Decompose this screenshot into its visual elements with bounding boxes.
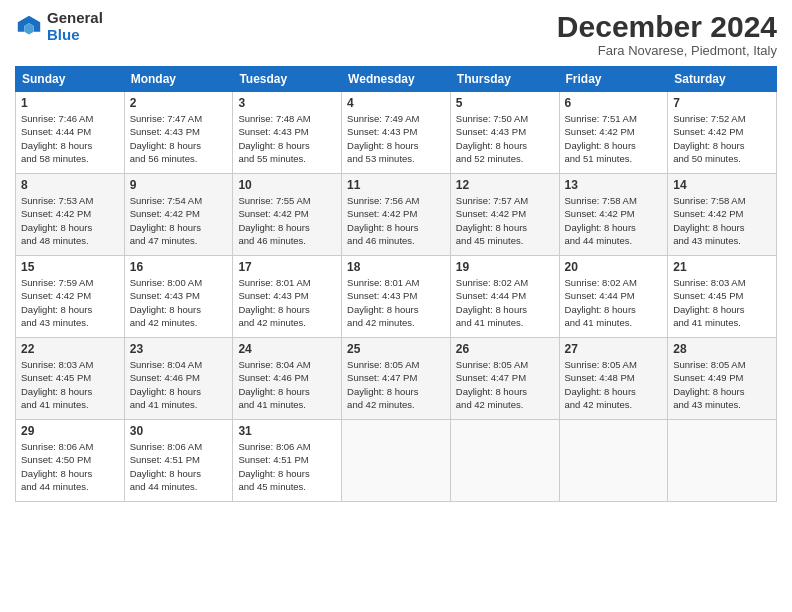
table-cell: 17 Sunrise: 8:01 AMSunset: 4:43 PMDaylig… xyxy=(233,256,342,338)
table-cell xyxy=(668,420,777,502)
day-info: Sunrise: 7:46 AMSunset: 4:44 PMDaylight:… xyxy=(21,113,93,164)
table-cell: 9 Sunrise: 7:54 AMSunset: 4:42 PMDayligh… xyxy=(124,174,233,256)
day-number: 29 xyxy=(21,424,119,438)
table-cell: 11 Sunrise: 7:56 AMSunset: 4:42 PMDaylig… xyxy=(342,174,451,256)
table-cell: 8 Sunrise: 7:53 AMSunset: 4:42 PMDayligh… xyxy=(16,174,125,256)
day-number: 18 xyxy=(347,260,445,274)
col-monday: Monday xyxy=(124,67,233,92)
col-saturday: Saturday xyxy=(668,67,777,92)
day-number: 20 xyxy=(565,260,663,274)
table-cell: 14 Sunrise: 7:58 AMSunset: 4:42 PMDaylig… xyxy=(668,174,777,256)
table-cell: 29 Sunrise: 8:06 AMSunset: 4:50 PMDaylig… xyxy=(16,420,125,502)
logo: General Blue xyxy=(15,10,103,43)
day-info: Sunrise: 8:06 AMSunset: 4:50 PMDaylight:… xyxy=(21,441,93,492)
day-info: Sunrise: 7:52 AMSunset: 4:42 PMDaylight:… xyxy=(673,113,745,164)
day-number: 2 xyxy=(130,96,228,110)
table-cell: 22 Sunrise: 8:03 AMSunset: 4:45 PMDaylig… xyxy=(16,338,125,420)
day-number: 19 xyxy=(456,260,554,274)
page: General Blue December 2024 Fara Novarese… xyxy=(0,0,792,612)
day-info: Sunrise: 7:56 AMSunset: 4:42 PMDaylight:… xyxy=(347,195,419,246)
table-cell: 16 Sunrise: 8:00 AMSunset: 4:43 PMDaylig… xyxy=(124,256,233,338)
table-cell: 27 Sunrise: 8:05 AMSunset: 4:48 PMDaylig… xyxy=(559,338,668,420)
day-number: 25 xyxy=(347,342,445,356)
day-number: 28 xyxy=(673,342,771,356)
day-number: 31 xyxy=(238,424,336,438)
day-info: Sunrise: 7:55 AMSunset: 4:42 PMDaylight:… xyxy=(238,195,310,246)
day-info: Sunrise: 7:53 AMSunset: 4:42 PMDaylight:… xyxy=(21,195,93,246)
table-cell xyxy=(450,420,559,502)
table-cell: 25 Sunrise: 8:05 AMSunset: 4:47 PMDaylig… xyxy=(342,338,451,420)
table-cell: 13 Sunrise: 7:58 AMSunset: 4:42 PMDaylig… xyxy=(559,174,668,256)
day-info: Sunrise: 8:02 AMSunset: 4:44 PMDaylight:… xyxy=(456,277,528,328)
col-wednesday: Wednesday xyxy=(342,67,451,92)
day-info: Sunrise: 8:05 AMSunset: 4:47 PMDaylight:… xyxy=(347,359,419,410)
day-info: Sunrise: 8:02 AMSunset: 4:44 PMDaylight:… xyxy=(565,277,637,328)
day-number: 10 xyxy=(238,178,336,192)
table-cell: 15 Sunrise: 7:59 AMSunset: 4:42 PMDaylig… xyxy=(16,256,125,338)
day-number: 23 xyxy=(130,342,228,356)
day-info: Sunrise: 7:50 AMSunset: 4:43 PMDaylight:… xyxy=(456,113,528,164)
day-number: 15 xyxy=(21,260,119,274)
day-info: Sunrise: 7:59 AMSunset: 4:42 PMDaylight:… xyxy=(21,277,93,328)
day-number: 17 xyxy=(238,260,336,274)
table-row: 1 Sunrise: 7:46 AMSunset: 4:44 PMDayligh… xyxy=(16,92,777,174)
subtitle: Fara Novarese, Piedmont, Italy xyxy=(557,43,777,58)
day-info: Sunrise: 8:05 AMSunset: 4:47 PMDaylight:… xyxy=(456,359,528,410)
table-cell: 20 Sunrise: 8:02 AMSunset: 4:44 PMDaylig… xyxy=(559,256,668,338)
day-info: Sunrise: 7:58 AMSunset: 4:42 PMDaylight:… xyxy=(565,195,637,246)
day-number: 26 xyxy=(456,342,554,356)
table-cell: 3 Sunrise: 7:48 AMSunset: 4:43 PMDayligh… xyxy=(233,92,342,174)
day-number: 14 xyxy=(673,178,771,192)
day-number: 6 xyxy=(565,96,663,110)
table-cell xyxy=(342,420,451,502)
table-cell: 18 Sunrise: 8:01 AMSunset: 4:43 PMDaylig… xyxy=(342,256,451,338)
day-info: Sunrise: 8:01 AMSunset: 4:43 PMDaylight:… xyxy=(347,277,419,328)
table-row: 22 Sunrise: 8:03 AMSunset: 4:45 PMDaylig… xyxy=(16,338,777,420)
col-thursday: Thursday xyxy=(450,67,559,92)
col-friday: Friday xyxy=(559,67,668,92)
table-row: 29 Sunrise: 8:06 AMSunset: 4:50 PMDaylig… xyxy=(16,420,777,502)
day-info: Sunrise: 8:06 AMSunset: 4:51 PMDaylight:… xyxy=(238,441,310,492)
day-number: 24 xyxy=(238,342,336,356)
day-info: Sunrise: 7:47 AMSunset: 4:43 PMDaylight:… xyxy=(130,113,202,164)
day-number: 16 xyxy=(130,260,228,274)
logo-icon xyxy=(15,13,43,41)
day-info: Sunrise: 8:01 AMSunset: 4:43 PMDaylight:… xyxy=(238,277,310,328)
day-number: 9 xyxy=(130,178,228,192)
day-info: Sunrise: 8:06 AMSunset: 4:51 PMDaylight:… xyxy=(130,441,202,492)
header-row: Sunday Monday Tuesday Wednesday Thursday… xyxy=(16,67,777,92)
logo-blue: Blue xyxy=(47,26,80,43)
day-number: 7 xyxy=(673,96,771,110)
day-info: Sunrise: 8:03 AMSunset: 4:45 PMDaylight:… xyxy=(21,359,93,410)
logo-general: General xyxy=(47,9,103,26)
logo-text: General Blue xyxy=(47,10,103,43)
day-info: Sunrise: 8:05 AMSunset: 4:48 PMDaylight:… xyxy=(565,359,637,410)
col-sunday: Sunday xyxy=(16,67,125,92)
day-number: 3 xyxy=(238,96,336,110)
day-number: 5 xyxy=(456,96,554,110)
table-cell: 12 Sunrise: 7:57 AMSunset: 4:42 PMDaylig… xyxy=(450,174,559,256)
day-info: Sunrise: 8:04 AMSunset: 4:46 PMDaylight:… xyxy=(130,359,202,410)
day-info: Sunrise: 7:49 AMSunset: 4:43 PMDaylight:… xyxy=(347,113,419,164)
table-cell: 23 Sunrise: 8:04 AMSunset: 4:46 PMDaylig… xyxy=(124,338,233,420)
table-cell: 19 Sunrise: 8:02 AMSunset: 4:44 PMDaylig… xyxy=(450,256,559,338)
day-number: 1 xyxy=(21,96,119,110)
table-cell: 7 Sunrise: 7:52 AMSunset: 4:42 PMDayligh… xyxy=(668,92,777,174)
table-row: 15 Sunrise: 7:59 AMSunset: 4:42 PMDaylig… xyxy=(16,256,777,338)
title-block: December 2024 Fara Novarese, Piedmont, I… xyxy=(557,10,777,58)
day-number: 13 xyxy=(565,178,663,192)
day-number: 22 xyxy=(21,342,119,356)
day-info: Sunrise: 7:51 AMSunset: 4:42 PMDaylight:… xyxy=(565,113,637,164)
day-info: Sunrise: 7:48 AMSunset: 4:43 PMDaylight:… xyxy=(238,113,310,164)
header: General Blue December 2024 Fara Novarese… xyxy=(15,10,777,58)
day-number: 21 xyxy=(673,260,771,274)
col-tuesday: Tuesday xyxy=(233,67,342,92)
day-number: 4 xyxy=(347,96,445,110)
table-cell: 30 Sunrise: 8:06 AMSunset: 4:51 PMDaylig… xyxy=(124,420,233,502)
table-cell: 4 Sunrise: 7:49 AMSunset: 4:43 PMDayligh… xyxy=(342,92,451,174)
table-row: 8 Sunrise: 7:53 AMSunset: 4:42 PMDayligh… xyxy=(16,174,777,256)
table-cell: 28 Sunrise: 8:05 AMSunset: 4:49 PMDaylig… xyxy=(668,338,777,420)
month-title: December 2024 xyxy=(557,10,777,43)
table-cell: 24 Sunrise: 8:04 AMSunset: 4:46 PMDaylig… xyxy=(233,338,342,420)
table-cell: 1 Sunrise: 7:46 AMSunset: 4:44 PMDayligh… xyxy=(16,92,125,174)
